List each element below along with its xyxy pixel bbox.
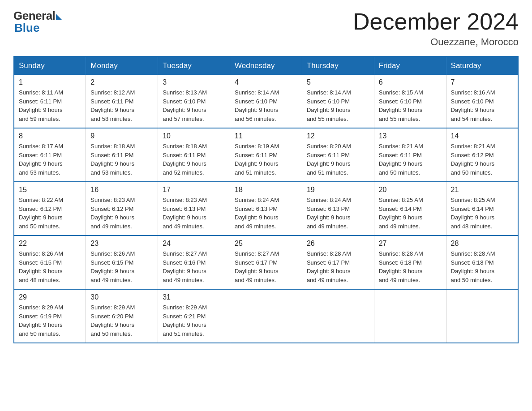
day-number: 10 [163, 132, 225, 140]
header-thursday: Thursday [302, 56, 374, 75]
day-info: Sunrise: 8:17 AM Sunset: 6:11 PM Dayligh… [19, 142, 81, 177]
table-row: 14 Sunrise: 8:21 AM Sunset: 6:12 PM Dayl… [446, 128, 518, 182]
table-row: 1 Sunrise: 8:11 AM Sunset: 6:11 PM Dayli… [14, 75, 86, 128]
day-info: Sunrise: 8:29 AM Sunset: 6:20 PM Dayligh… [90, 303, 153, 338]
table-row: 10 Sunrise: 8:18 AM Sunset: 6:11 PM Dayl… [158, 128, 230, 182]
table-row: 26 Sunrise: 8:28 AM Sunset: 6:17 PM Dayl… [302, 235, 374, 289]
table-row: 15 Sunrise: 8:22 AM Sunset: 6:12 PM Dayl… [14, 182, 86, 235]
day-number: 4 [235, 78, 297, 86]
calendar-week-row: 29 Sunrise: 8:29 AM Sunset: 6:19 PM Dayl… [14, 289, 518, 343]
table-row [446, 289, 518, 343]
day-info: Sunrise: 8:13 AM Sunset: 6:10 PM Dayligh… [163, 88, 225, 123]
day-info: Sunrise: 8:24 AM Sunset: 6:13 PM Dayligh… [307, 196, 369, 231]
day-number: 25 [235, 240, 297, 248]
day-info: Sunrise: 8:28 AM Sunset: 6:17 PM Dayligh… [307, 249, 369, 284]
table-row [374, 289, 446, 343]
table-row: 19 Sunrise: 8:24 AM Sunset: 6:13 PM Dayl… [302, 182, 374, 235]
day-number: 24 [163, 240, 225, 248]
table-row: 20 Sunrise: 8:25 AM Sunset: 6:14 PM Dayl… [374, 182, 446, 235]
calendar-title: December 2024 [353, 9, 519, 34]
day-number: 16 [90, 186, 153, 194]
header-wednesday: Wednesday [230, 56, 302, 75]
day-number: 19 [307, 186, 369, 194]
logo: General Blue [13, 9, 62, 35]
table-row: 25 Sunrise: 8:27 AM Sunset: 6:17 PM Dayl… [230, 235, 302, 289]
day-number: 5 [307, 78, 369, 86]
table-row: 5 Sunrise: 8:14 AM Sunset: 6:10 PM Dayli… [302, 75, 374, 128]
table-row: 29 Sunrise: 8:29 AM Sunset: 6:19 PM Dayl… [14, 289, 86, 343]
title-area: December 2024 Ouezzane, Morocco [353, 9, 519, 48]
day-info: Sunrise: 8:24 AM Sunset: 6:13 PM Dayligh… [235, 196, 297, 231]
day-info: Sunrise: 8:11 AM Sunset: 6:11 PM Dayligh… [19, 88, 81, 123]
day-number: 21 [451, 186, 513, 194]
day-info: Sunrise: 8:29 AM Sunset: 6:19 PM Dayligh… [19, 303, 81, 338]
table-row: 23 Sunrise: 8:26 AM Sunset: 6:15 PM Dayl… [86, 235, 158, 289]
day-info: Sunrise: 8:21 AM Sunset: 6:12 PM Dayligh… [451, 142, 513, 177]
day-number: 31 [163, 293, 225, 301]
day-info: Sunrise: 8:23 AM Sunset: 6:12 PM Dayligh… [90, 196, 153, 231]
day-info: Sunrise: 8:21 AM Sunset: 6:11 PM Dayligh… [379, 142, 442, 177]
day-number: 28 [451, 240, 513, 248]
header-tuesday: Tuesday [158, 56, 230, 75]
day-number: 20 [379, 186, 442, 194]
day-info: Sunrise: 8:27 AM Sunset: 6:17 PM Dayligh… [235, 249, 297, 284]
day-number: 26 [307, 240, 369, 248]
calendar-week-row: 15 Sunrise: 8:22 AM Sunset: 6:12 PM Dayl… [14, 182, 518, 235]
table-row: 2 Sunrise: 8:12 AM Sunset: 6:11 PM Dayli… [86, 75, 158, 128]
day-number: 17 [163, 186, 225, 194]
day-info: Sunrise: 8:18 AM Sunset: 6:11 PM Dayligh… [163, 142, 225, 177]
day-info: Sunrise: 8:20 AM Sunset: 6:11 PM Dayligh… [307, 142, 369, 177]
table-row: 17 Sunrise: 8:23 AM Sunset: 6:13 PM Dayl… [158, 182, 230, 235]
table-row: 21 Sunrise: 8:25 AM Sunset: 6:14 PM Dayl… [446, 182, 518, 235]
day-info: Sunrise: 8:22 AM Sunset: 6:12 PM Dayligh… [19, 196, 81, 231]
table-row: 3 Sunrise: 8:13 AM Sunset: 6:10 PM Dayli… [158, 75, 230, 128]
calendar-week-row: 22 Sunrise: 8:26 AM Sunset: 6:15 PM Dayl… [14, 235, 518, 289]
table-row: 7 Sunrise: 8:16 AM Sunset: 6:10 PM Dayli… [446, 75, 518, 128]
calendar-week-row: 8 Sunrise: 8:17 AM Sunset: 6:11 PM Dayli… [14, 128, 518, 182]
table-row: 8 Sunrise: 8:17 AM Sunset: 6:11 PM Dayli… [14, 128, 86, 182]
day-info: Sunrise: 8:29 AM Sunset: 6:21 PM Dayligh… [163, 303, 225, 338]
calendar-header-row: Sunday Monday Tuesday Wednesday Thursday… [14, 56, 518, 75]
day-number: 8 [19, 132, 81, 140]
day-info: Sunrise: 8:14 AM Sunset: 6:10 PM Dayligh… [307, 88, 369, 123]
calendar-location: Ouezzane, Morocco [353, 36, 519, 48]
day-info: Sunrise: 8:25 AM Sunset: 6:14 PM Dayligh… [451, 196, 513, 231]
day-info: Sunrise: 8:28 AM Sunset: 6:18 PM Dayligh… [379, 249, 442, 284]
day-info: Sunrise: 8:16 AM Sunset: 6:10 PM Dayligh… [451, 88, 513, 123]
table-row: 12 Sunrise: 8:20 AM Sunset: 6:11 PM Dayl… [302, 128, 374, 182]
table-row: 4 Sunrise: 8:14 AM Sunset: 6:10 PM Dayli… [230, 75, 302, 128]
day-info: Sunrise: 8:26 AM Sunset: 6:15 PM Dayligh… [19, 249, 81, 284]
table-row: 31 Sunrise: 8:29 AM Sunset: 6:21 PM Dayl… [158, 289, 230, 343]
table-row: 18 Sunrise: 8:24 AM Sunset: 6:13 PM Dayl… [230, 182, 302, 235]
day-info: Sunrise: 8:27 AM Sunset: 6:16 PM Dayligh… [163, 249, 225, 284]
table-row: 16 Sunrise: 8:23 AM Sunset: 6:12 PM Dayl… [86, 182, 158, 235]
day-number: 27 [379, 240, 442, 248]
logo-blue-text: Blue [14, 21, 39, 35]
day-number: 2 [90, 78, 153, 86]
day-info: Sunrise: 8:15 AM Sunset: 6:10 PM Dayligh… [379, 88, 442, 123]
table-row: 9 Sunrise: 8:18 AM Sunset: 6:11 PM Dayli… [86, 128, 158, 182]
day-number: 18 [235, 186, 297, 194]
table-row: 13 Sunrise: 8:21 AM Sunset: 6:11 PM Dayl… [374, 128, 446, 182]
day-number: 23 [90, 240, 153, 248]
calendar-week-row: 1 Sunrise: 8:11 AM Sunset: 6:11 PM Dayli… [14, 75, 518, 128]
header-saturday: Saturday [446, 56, 518, 75]
header-sunday: Sunday [14, 56, 86, 75]
table-row: 24 Sunrise: 8:27 AM Sunset: 6:16 PM Dayl… [158, 235, 230, 289]
logo-triangle-icon [56, 14, 62, 20]
table-row: 30 Sunrise: 8:29 AM Sunset: 6:20 PM Dayl… [86, 289, 158, 343]
day-info: Sunrise: 8:12 AM Sunset: 6:11 PM Dayligh… [90, 88, 153, 123]
day-number: 13 [379, 132, 442, 140]
day-number: 14 [451, 132, 513, 140]
day-info: Sunrise: 8:23 AM Sunset: 6:13 PM Dayligh… [163, 196, 225, 231]
header-monday: Monday [86, 56, 158, 75]
header-friday: Friday [374, 56, 446, 75]
day-info: Sunrise: 8:18 AM Sunset: 6:11 PM Dayligh… [90, 142, 153, 177]
day-info: Sunrise: 8:26 AM Sunset: 6:15 PM Dayligh… [90, 249, 153, 284]
day-number: 1 [19, 78, 81, 86]
table-row: 27 Sunrise: 8:28 AM Sunset: 6:18 PM Dayl… [374, 235, 446, 289]
day-info: Sunrise: 8:28 AM Sunset: 6:18 PM Dayligh… [451, 249, 513, 284]
day-number: 29 [19, 293, 81, 301]
calendar-table: Sunday Monday Tuesday Wednesday Thursday… [13, 56, 519, 343]
day-info: Sunrise: 8:14 AM Sunset: 6:10 PM Dayligh… [235, 88, 297, 123]
